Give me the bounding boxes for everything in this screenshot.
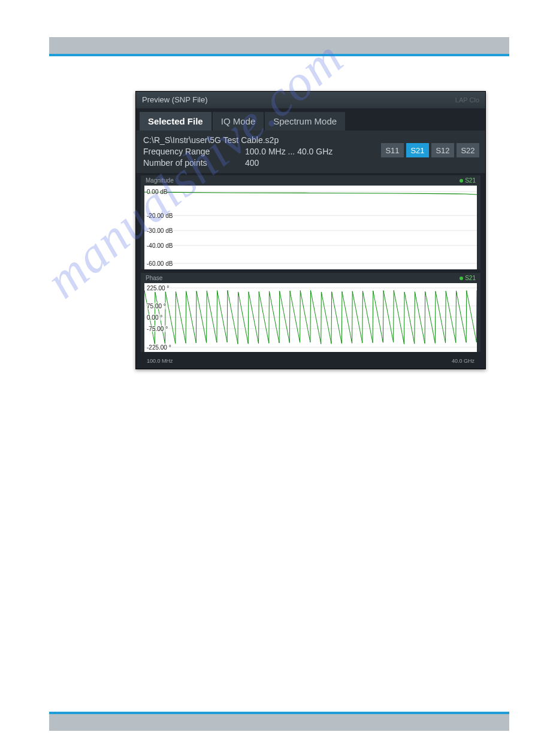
freq-range-value: 100.0 MHz ... 40.0 GHz xyxy=(245,147,333,156)
phase-ytick-3: -75.00 ° xyxy=(147,326,168,332)
mag-ytick-2: -30.00 dB xyxy=(147,227,173,234)
phase-ytick-2: 0.00 ° xyxy=(147,314,162,321)
phase-plot[interactable]: 225.00 ° 75.00 ° 0.00 ° -75.00 ° -225.00… xyxy=(144,283,477,352)
mag-ytick-1: -20.00 dB xyxy=(147,212,173,219)
freq-range-label: Frequency Range xyxy=(143,147,245,156)
phase-ytick-0: 225.00 ° xyxy=(147,285,169,292)
magnitude-legend: S21 xyxy=(460,177,476,184)
magnitude-title: Magnitude xyxy=(146,177,174,184)
mag-ytick-0: 0.00 dB xyxy=(147,189,167,195)
s-parameter-selector: S11 S21 S12 S22 xyxy=(381,143,479,157)
tab-bar: Selected File IQ Mode Spectrum Mode xyxy=(136,108,485,130)
plot-area: Magnitude S21 0.00 dB -20.00 dB xyxy=(136,173,485,369)
magnitude-plot[interactable]: 0.00 dB -20.00 dB -30.00 dB -40.00 dB -6… xyxy=(144,186,477,269)
dialog-title: Preview (SNP File) xyxy=(142,92,208,108)
legend-dot-icon xyxy=(460,179,463,183)
phase-plot-box: Phase S21 225.00 ° 75.00 ° 0.00 ° xyxy=(141,273,480,352)
page-header-accent xyxy=(49,54,509,56)
tab-spectrum-mode[interactable]: Spectrum Mode xyxy=(265,112,345,130)
sparam-s22[interactable]: S22 xyxy=(457,143,479,157)
phase-title: Phase xyxy=(146,275,162,281)
phase-ytick-4: -225.00 ° xyxy=(147,344,171,351)
phase-legend: S21 xyxy=(460,275,476,281)
sparam-s12[interactable]: S12 xyxy=(431,143,454,157)
x-min: 100.0 MHz xyxy=(147,358,173,364)
page-header-bar xyxy=(49,37,509,54)
tab-iq-mode[interactable]: IQ Mode xyxy=(213,112,264,130)
legend-dot-icon xyxy=(460,277,463,280)
npoints-value: 400 xyxy=(245,158,259,168)
sparam-s11[interactable]: S11 xyxy=(381,143,404,157)
page-footer-bar xyxy=(49,714,509,731)
x-axis-range: 100.0 MHz 40.0 GHz xyxy=(141,356,480,365)
mag-ytick-3: -40.00 dB xyxy=(147,242,173,249)
x-max: 40.0 GHz xyxy=(452,358,474,364)
tab-selected-file[interactable]: Selected File xyxy=(140,112,211,130)
npoints-label: Number of points xyxy=(143,158,245,168)
mag-ytick-4: -60.00 dB xyxy=(147,260,173,267)
dialog-right-label: LAP Clo xyxy=(455,92,479,108)
dialog-titlebar[interactable]: Preview (SNP File) LAP Clo xyxy=(136,92,485,108)
preview-dialog: Preview (SNP File) LAP Clo Selected File… xyxy=(135,91,486,369)
phase-ytick-1: 75.00 ° xyxy=(147,303,166,309)
magnitude-plot-box: Magnitude S21 0.00 dB -20.00 dB xyxy=(141,175,480,269)
sparam-s21[interactable]: S21 xyxy=(406,143,429,157)
